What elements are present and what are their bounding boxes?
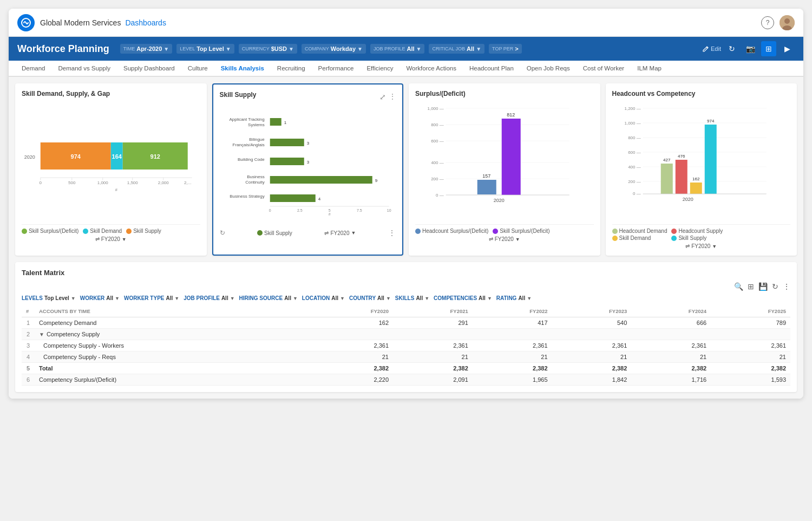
svg-text:800 —: 800 — xyxy=(431,122,444,127)
tab-demand-vs-supply[interactable]: Demand vs Supply xyxy=(51,61,117,77)
svg-text:7.5: 7.5 xyxy=(356,209,362,212)
skill-demand-supply-gap-card: Skill Demand, Supply, & Gap 2020 974 164 xyxy=(15,83,207,256)
fy-selector-2[interactable]: ⇌FY2020▼ xyxy=(324,230,356,236)
svg-text:1: 1 xyxy=(284,120,286,125)
company-filter[interactable]: COMPANY Workday ▼ xyxy=(302,44,366,54)
col-num: # xyxy=(22,305,35,317)
search-control-button[interactable]: 🔍 xyxy=(734,282,743,291)
tab-recruiting[interactable]: Recruiting xyxy=(271,61,312,77)
fy-selector-1[interactable]: ⇌FY2020▼ xyxy=(95,236,127,242)
svg-text:600 —: 600 — xyxy=(431,139,444,144)
svg-text:400 —: 400 — xyxy=(628,165,641,170)
camera-button[interactable]: 📷 xyxy=(743,41,758,56)
talent-matrix-title: Talent Matrix xyxy=(22,269,790,277)
svg-text:1,500: 1,500 xyxy=(127,180,139,185)
refresh-control-button[interactable]: ↻ xyxy=(772,282,778,291)
tab-culture[interactable]: Culture xyxy=(181,61,214,77)
svg-rect-60 xyxy=(477,180,496,194)
row-num: 4 xyxy=(22,351,35,363)
svg-text:200 —: 200 — xyxy=(431,177,444,181)
filter-control-button[interactable]: ⊞ xyxy=(748,282,754,291)
svg-text:162: 162 xyxy=(692,177,700,181)
svg-text:2.5: 2.5 xyxy=(297,209,302,212)
svg-text:1,200 —: 1,200 — xyxy=(624,106,640,111)
tab-bar: Demand Demand vs Supply Supply Dashboard… xyxy=(9,61,803,77)
table-row-total: 5 Total 2,382 2,382 2,382 2,382 2,382 2,… xyxy=(22,363,790,374)
top-per-value: > xyxy=(515,45,518,52)
currency-filter[interactable]: CURRENCY $USD ▼ xyxy=(239,44,297,54)
skill-demand-supply-legend: Skill Surplus/(Deficit) Skill Demand Ski… xyxy=(22,228,161,234)
col-fy2023: FY2023 xyxy=(552,305,632,317)
svg-text:0: 0 xyxy=(269,209,271,212)
skills-filter-group[interactable]: SKILLS All ▼ xyxy=(395,295,429,301)
svg-text:3: 3 xyxy=(306,141,309,146)
more-icon-bottom[interactable]: ⋮ xyxy=(388,229,396,237)
table-row: 2 ▼Competency Supply xyxy=(22,329,790,340)
worker-type-filter-group[interactable]: WORKER TYPE All ▼ xyxy=(124,295,179,301)
svg-text:5: 5 xyxy=(328,209,330,212)
more-icon[interactable]: ⋮ xyxy=(389,93,396,101)
skill-supply-title: Skill Supply xyxy=(220,91,257,99)
tab-cost-of-worker[interactable]: Cost of Worker xyxy=(577,61,631,77)
dashboards-link[interactable]: Dashboards xyxy=(125,18,166,27)
tab-demand[interactable]: Demand xyxy=(15,61,51,77)
svg-text:Business Strategy: Business Strategy xyxy=(230,194,264,199)
save-control-button[interactable]: 💾 xyxy=(758,282,768,291)
company-value: Workday xyxy=(331,45,356,52)
critical-job-value: All xyxy=(467,45,474,52)
job-profile-filter[interactable]: JOB PROFILE All ▼ xyxy=(370,44,424,54)
headcount-competency-chart: 1,200 — 1,000 — 800 — 600 — 400 — 200 — … xyxy=(612,102,791,221)
location-filter-group[interactable]: LOCATION All ▼ xyxy=(302,295,345,301)
row-label: ▼Competency Supply xyxy=(35,329,313,340)
avatar[interactable] xyxy=(780,15,795,30)
fy-selector-3[interactable]: ⇌FY2020▼ xyxy=(489,236,520,242)
competencies-filter-group[interactable]: COMPETENCIES All ▼ xyxy=(434,295,492,301)
tab-performance[interactable]: Performance xyxy=(312,61,361,77)
col-fy2022: FY2022 xyxy=(473,305,552,317)
job-profile-arrow: ▼ xyxy=(416,46,422,52)
help-icon[interactable]: ? xyxy=(761,16,774,29)
top-per-filter[interactable]: TOP PER > xyxy=(489,44,522,54)
critical-job-label: CRITICAL JOB xyxy=(432,46,465,51)
headcount-competency-title: Headcount vs Competency xyxy=(612,90,791,97)
talent-matrix-table: # ACCOUNTS BY TIME FY2020 FY2021 FY2022 … xyxy=(22,305,790,386)
svg-text:Français/Anglais: Français/Anglais xyxy=(232,142,264,147)
tab-headcount-plan[interactable]: Headcount Plan xyxy=(463,61,520,77)
refresh-small-icon[interactable]: ↻ xyxy=(220,229,225,237)
tab-workforce-actions[interactable]: Workforce Actions xyxy=(400,61,462,77)
svg-rect-25 xyxy=(270,118,281,126)
tab-ilm-map[interactable]: ILM Map xyxy=(631,61,668,77)
country-filter-group[interactable]: COUNTRY All ▼ xyxy=(349,295,391,301)
critical-job-filter[interactable]: CRITICAL JOB All ▼ xyxy=(429,44,484,54)
tab-efficiency[interactable]: Efficiency xyxy=(360,61,400,77)
tab-open-job-reqs[interactable]: Open Job Reqs xyxy=(520,61,577,77)
svg-rect-32 xyxy=(270,158,304,165)
level-filter[interactable]: LEVEL Top Level ▼ xyxy=(176,44,234,54)
edit-button[interactable]: Edit xyxy=(703,45,721,52)
video-button[interactable]: ▶ xyxy=(780,41,795,56)
more-control-button[interactable]: ⋮ xyxy=(783,282,790,291)
svg-text:164: 164 xyxy=(112,153,122,160)
row-num: 3 xyxy=(22,340,35,351)
tab-supply-dashboard[interactable]: Supply Dashboard xyxy=(117,61,181,77)
col-fy2021: FY2021 xyxy=(393,305,473,317)
levels-filter-group[interactable]: LEVELS Top Level ▼ xyxy=(22,295,76,301)
expand-icon[interactable]: ▼ xyxy=(39,331,44,337)
app-name: Global Modern Services xyxy=(40,18,121,27)
svg-text:Applicant Tracking: Applicant Tracking xyxy=(229,117,264,122)
surplus-deficit-legend: Headcount Surplus/(Deficit) Skill Surplu… xyxy=(415,228,550,234)
time-filter[interactable]: TIME Apr-2020 ▼ xyxy=(120,44,172,54)
grid-button[interactable]: ⊞ xyxy=(761,41,776,56)
job-profile-filter-group[interactable]: JOB PROFILE All ▼ xyxy=(184,295,234,301)
svg-text:3: 3 xyxy=(306,160,309,165)
fy-selector-4[interactable]: ⇌FY2020▼ xyxy=(685,243,717,249)
row-label: Total xyxy=(35,363,313,374)
rating-filter-group[interactable]: RATING All ▼ xyxy=(496,295,532,301)
hiring-source-filter-group[interactable]: HIRING SOURCE All ▼ xyxy=(239,295,298,301)
worker-filter-group[interactable]: WORKER All ▼ xyxy=(80,295,120,301)
tab-skills-analysis[interactable]: Skills Analysis xyxy=(214,61,271,77)
svg-text:Bilingue: Bilingue xyxy=(249,137,265,142)
expand-icon[interactable]: ⤢ xyxy=(379,93,386,101)
svg-text:1,000 —: 1,000 — xyxy=(624,121,640,126)
refresh-button[interactable]: ↻ xyxy=(724,41,739,56)
